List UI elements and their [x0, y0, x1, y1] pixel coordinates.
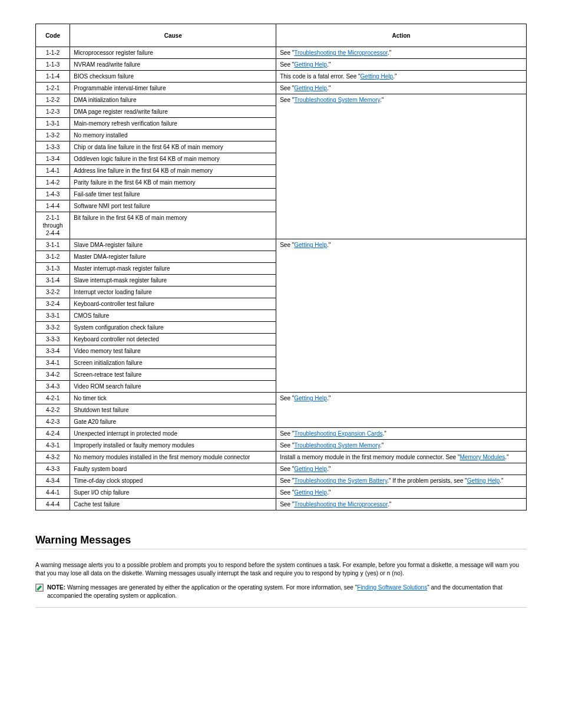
cell-code: 3-1-4 [36, 275, 70, 286]
cell-action: See "Troubleshooting System Memory." [276, 94, 527, 239]
cell-code: 4-2-4 [36, 428, 70, 440]
table-row: 4-3-1Improperly installed or faulty memo… [36, 440, 527, 452]
table-row: 4-3-4Time-of-day clock stoppedSee "Troub… [36, 475, 527, 487]
cell-cause: Programmable interval-timer failure [70, 83, 276, 94]
cell-code: 4-4-4 [36, 499, 70, 510]
section-title: Warning Messages [35, 534, 527, 549]
cell-code: 4-2-3 [36, 416, 70, 428]
cell-code: 1-4-2 [36, 177, 70, 189]
cell-cause: No memory installed [70, 130, 276, 141]
cell-cause: CMOS failure [70, 310, 276, 322]
cell-code: 4-2-2 [36, 404, 70, 416]
table-row: 1-1-4BIOS checksum failureThis code is a… [36, 71, 527, 83]
section-para: A warning message alerts you to a possib… [35, 561, 527, 578]
cell-code: 1-2-1 [36, 83, 70, 94]
cell-cause: Address line failure in the first 64 KB … [70, 165, 276, 177]
cell-action: See "Troubleshooting the Microprocessor.… [276, 499, 527, 510]
cell-cause: Slave DMA-register failure [70, 239, 276, 251]
cell-cause: Time-of-day clock stopped [70, 475, 276, 487]
col-code: Code [36, 24, 70, 47]
cell-code: 3-3-4 [36, 345, 70, 357]
table-row: 1-2-1Programmable interval-timer failure… [36, 83, 527, 94]
table-row: 4-2-1No timer tickSee "Getting Help." [36, 393, 527, 404]
note-label: NOTE: [47, 584, 65, 591]
table-row: 1-1-3NVRAM read/write failureSee "Gettin… [36, 59, 527, 71]
cell-cause: Keyboard-controller test failure [70, 298, 276, 310]
cell-code: 1-1-2 [36, 47, 70, 59]
cell-cause: Parity failure in the first 64 KB of mai… [70, 177, 276, 189]
cell-cause: Unexpected interrupt in protected mode [70, 428, 276, 440]
cell-cause: DMA page register read/write failure [70, 106, 276, 118]
cell-code: 3-4-1 [36, 357, 70, 369]
cell-cause: Faulty system board [70, 463, 276, 475]
cell-code: 4-3-1 [36, 440, 70, 452]
warning-messages-section: Warning Messages A warning message alert… [35, 534, 527, 608]
cell-cause: No timer tick [70, 393, 276, 404]
cell-action: See "Getting Help." [276, 239, 527, 393]
cell-code: 3-3-1 [36, 310, 70, 322]
cell-action: See "Getting Help." [276, 59, 527, 71]
cell-action: See "Troubleshooting Expansion Cards." [276, 428, 527, 440]
cell-cause: No memory modules installed in the first… [70, 452, 276, 463]
cell-cause: Shutdown test failure [70, 404, 276, 416]
note-row: NOTE: Warning messages are generated by … [35, 584, 527, 608]
cell-code: 3-1-2 [36, 251, 70, 263]
cell-code: 4-3-4 [36, 475, 70, 487]
cell-cause: Bit failure in the first 64 KB of main m… [70, 212, 276, 239]
table-row: 3-1-1Slave DMA-register failureSee "Gett… [36, 239, 527, 251]
table-row: 1-1-2Microprocessor register failureSee … [36, 47, 527, 59]
col-cause: Cause [70, 24, 276, 47]
cell-action: Install a memory module in the first mem… [276, 452, 527, 463]
cell-code: 3-1-1 [36, 239, 70, 251]
cell-cause: Slave interrupt-mask register failure [70, 275, 276, 286]
cell-action: See "Troubleshooting the Microprocessor.… [276, 47, 527, 59]
note-body: Warning messages are generated by either… [65, 584, 357, 591]
cell-code: 1-2-3 [36, 106, 70, 118]
cell-action: See "Troubleshooting the System Battery.… [276, 475, 527, 487]
cell-cause: Master interrupt-mask register failure [70, 263, 276, 275]
cell-code: 1-4-3 [36, 189, 70, 200]
note-icon [35, 584, 44, 593]
cell-cause: BIOS checksum failure [70, 71, 276, 83]
table-row: 4-2-4Unexpected interrupt in protected m… [36, 428, 527, 440]
cell-cause: Improperly installed or faulty memory mo… [70, 440, 276, 452]
cell-cause: System configuration check failure [70, 322, 276, 334]
table-row: 4-3-2No memory modules installed in the … [36, 452, 527, 463]
cell-code: 1-3-1 [36, 118, 70, 130]
cell-code: 1-4-1 [36, 165, 70, 177]
beep-codes-table: Code Cause Action 1-1-2Microprocessor re… [35, 24, 527, 510]
table-row: 4-4-4Cache test failureSee "Troubleshoot… [36, 499, 527, 510]
note-text: NOTE: Warning messages are generated by … [47, 584, 527, 600]
cell-cause: Cache test failure [70, 499, 276, 510]
cell-action: This code is a fatal error. See "Getting… [276, 71, 527, 83]
cell-action: See "Troubleshooting System Memory." [276, 440, 527, 452]
cell-code: 4-2-1 [36, 393, 70, 404]
cell-cause: Interrupt vector loading failure [70, 286, 276, 298]
cell-code: 3-4-3 [36, 381, 70, 393]
cell-code: 3-2-4 [36, 298, 70, 310]
col-action: Action [276, 24, 527, 47]
cell-cause: Software NMI port test failure [70, 200, 276, 212]
cell-action: See "Getting Help." [276, 463, 527, 475]
cell-code: 3-2-2 [36, 286, 70, 298]
cell-code: 1-3-4 [36, 153, 70, 165]
cell-cause: Keyboard controller not detected [70, 334, 276, 345]
cell-cause: Video ROM search failure [70, 381, 276, 393]
cell-code: 1-4-4 [36, 200, 70, 212]
note-link[interactable]: Finding Software Solutions [357, 584, 427, 591]
cell-code: 1-1-4 [36, 71, 70, 83]
cell-code: 4-3-2 [36, 452, 70, 463]
cell-code: 3-3-3 [36, 334, 70, 345]
cell-code: 1-1-3 [36, 59, 70, 71]
cell-cause: Super I/O chip failure [70, 487, 276, 499]
cell-action: See "Getting Help." [276, 393, 527, 428]
cell-code: 3-3-2 [36, 322, 70, 334]
table-row: 4-4-1Super I/O chip failureSee "Getting … [36, 487, 527, 499]
cell-cause: Video memory test failure [70, 345, 276, 357]
cell-cause: Odd/even logic failure in the first 64 K… [70, 153, 276, 165]
cell-code: 1-2-2 [36, 94, 70, 106]
cell-cause: Screen initialization failure [70, 357, 276, 369]
cell-cause: Main-memory refresh verification failure [70, 118, 276, 130]
cell-action: See "Getting Help." [276, 487, 527, 499]
table-row: 4-3-3Faulty system boardSee "Getting Hel… [36, 463, 527, 475]
